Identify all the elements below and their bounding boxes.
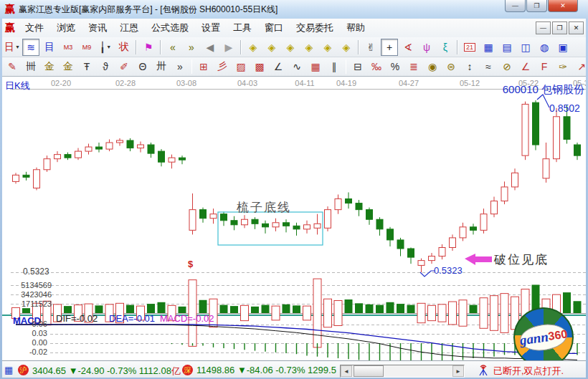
angle-measure-button[interactable]: ∢ [399, 39, 417, 56]
info-panel-button[interactable]: 目 [41, 39, 58, 56]
date-tick-04-03: 04-03 [237, 79, 257, 87]
volume-axis-label: 1711523 [9, 299, 52, 308]
minor-chart-9-button[interactable]: M9 [78, 39, 95, 56]
kline-period-button[interactable]: 日▼ [4, 39, 21, 56]
price-count-tool[interactable]: ⊟ [349, 58, 366, 75]
menu-item-2[interactable]: 资讯 [82, 21, 113, 34]
dense-grid-tool[interactable]: 卅 [153, 58, 170, 75]
chart-area[interactable]: 日K线 02-2002-2803-0804-0304-1104-1904-270… [0, 77, 588, 360]
more-icon: » [177, 61, 183, 72]
shade-box-tool[interactable]: ▩ [251, 58, 268, 75]
menu-item-6[interactable]: 工具 [227, 21, 258, 34]
f-band-tool[interactable]: Ŧ [78, 58, 95, 75]
main-trend-icon: ≋ [27, 42, 35, 53]
brush-tool[interactable]: ✎ [4, 58, 21, 75]
time-circle-tool[interactable]: Θ [134, 58, 151, 75]
connection-status[interactable]: 已断开,双点打开. [493, 365, 564, 378]
save-button[interactable]: ◫ [517, 39, 534, 56]
volume-needle-tool[interactable]: ↕ [461, 58, 478, 75]
nav-prev-button[interactable]: ◀ [201, 39, 219, 56]
logo-360-text: 360 [547, 327, 568, 343]
gann-view-button[interactable]: 状 [115, 39, 133, 56]
price-count-icon: ⊟ [354, 61, 362, 72]
candle-style-icon: ╽ [100, 42, 105, 53]
hand-tool-button[interactable]: ✌ [362, 39, 379, 56]
gold-grid-tool[interactable]: 金 [41, 58, 58, 75]
report-button[interactable]: ▤ [498, 39, 516, 56]
main-trend-button[interactable]: ≋ [22, 39, 39, 56]
j-angle-tool[interactable]: ∠ [517, 58, 534, 75]
candle-style-button[interactable]: ╽▼ [97, 39, 114, 56]
percent-zone-tool[interactable]: ‰ [368, 58, 385, 75]
date-tick-05-12: 05-12 [460, 79, 480, 87]
maximize-button[interactable]: ❐ [526, 0, 547, 12]
box-fan-tool[interactable]: ▨ [232, 58, 250, 75]
mdi-close-button[interactable]: ✕ [569, 21, 584, 34]
mdi-restore-button[interactable]: ❐ [552, 21, 567, 34]
web-data-button[interactable]: ◍ [536, 39, 553, 56]
axis-frame-tool[interactable]: ⊞ [195, 58, 212, 75]
gann-diamond-center-button[interactable]: ◈ [300, 39, 318, 56]
menu-item-1[interactable]: 浏览 [50, 21, 82, 34]
gold-needle-tool[interactable]: ⊘ [498, 58, 516, 75]
nav-last-button[interactable]: » [183, 39, 200, 56]
mdi-minimize-button[interactable]: — [536, 21, 551, 34]
spiral-tool[interactable]: ϑ [97, 58, 114, 75]
close-button[interactable]: ✕ [548, 0, 578, 12]
cycle-tool-button[interactable]: ξ [437, 39, 454, 56]
trend-angle-tool[interactable]: ∠ [270, 58, 287, 75]
menu-item-5[interactable]: 设置 [195, 21, 227, 34]
menu-item-4[interactable]: 公式选股 [145, 21, 195, 34]
gold-grid2-tool[interactable]: 金 [60, 58, 77, 75]
quote-table-icon[interactable]: ▦ [4, 365, 13, 375]
menu-item-3[interactable]: 江恩 [113, 21, 145, 34]
menu-item-7[interactable]: 窗口 [258, 21, 290, 34]
calendar-button[interactable]: 21 [461, 39, 478, 56]
ray-fan-tool[interactable]: 彡 [214, 58, 231, 75]
nav-first-button[interactable]: « [164, 39, 181, 56]
spiral-icon: ϑ [103, 61, 108, 72]
horizontal-scrollbar[interactable]: ◄ ► [340, 365, 465, 378]
menu-item-0[interactable]: 文件 [19, 21, 50, 34]
comb-grid-tool[interactable]: 卌 [22, 58, 39, 75]
minor-chart-3-button[interactable]: M3 [60, 39, 77, 56]
gann-diamond-left-icon: ◈ [250, 42, 257, 53]
menu-item-8[interactable]: 交易委托 [290, 21, 340, 34]
cycle-tool-icon: ξ [443, 42, 447, 53]
fine-grid-tool[interactable]: ▦ [307, 58, 324, 75]
report-icon: ▤ [502, 42, 511, 53]
gann-diamond-vertical-icon: ◈ [343, 42, 351, 53]
crosshair-tool-button[interactable]: + [381, 39, 398, 56]
angle-measure-icon: ∢ [404, 42, 412, 53]
scrollbar-thumb[interactable] [354, 365, 384, 377]
gann-diamond-vertical-button[interactable]: ◈ [338, 39, 355, 56]
pen-line-tool[interactable]: ✑ [554, 58, 572, 75]
gann-tool-button[interactable]: ψ [418, 39, 435, 56]
gann-diamond-left-button[interactable]: ◈ [245, 39, 262, 56]
gann-diamond-horizontal-button[interactable]: ◈ [319, 39, 336, 56]
gann-diamond-right-button[interactable]: ◈ [263, 39, 280, 56]
calculator-button[interactable]: ▦ [480, 39, 497, 56]
gold-circle-tool[interactable]: ◉ [424, 58, 441, 75]
angle-brush-tool[interactable]: ✐ [115, 58, 133, 75]
sh-pct: -0.73% [107, 365, 136, 376]
scroll-right-icon[interactable]: ► [452, 365, 464, 377]
band-wave-tool[interactable]: ≈ [480, 58, 497, 75]
percent-tool[interactable]: % [387, 58, 404, 75]
minimize-button[interactable]: — [505, 0, 526, 12]
scroll-left-icon[interactable]: ◄ [341, 365, 352, 377]
menu-item-9[interactable]: 帮助 [340, 21, 371, 34]
parallel-lines-tool[interactable]: ∥ [326, 58, 343, 75]
hand-tool-icon: ✌ [366, 42, 375, 53]
gann-diamond-cross-button[interactable]: ◈ [282, 39, 299, 56]
gold-section-tool[interactable]: ⊜ [442, 58, 460, 75]
f-angle-tool[interactable]: F [536, 58, 553, 75]
more-tools[interactable]: » [171, 58, 189, 75]
zigzag-tool[interactable]: ∿ [288, 58, 305, 75]
app-icon: 赢 [5, 3, 15, 16]
nav-next-button[interactable]: ▶ [220, 39, 237, 56]
order-entry-button[interactable]: ▣ [554, 39, 572, 56]
gann-diamond-cross-icon: ◈ [287, 42, 295, 53]
percent-line-tool[interactable]: ≣ [405, 58, 422, 75]
color-histogram-button[interactable]: ⚑ [140, 39, 157, 56]
